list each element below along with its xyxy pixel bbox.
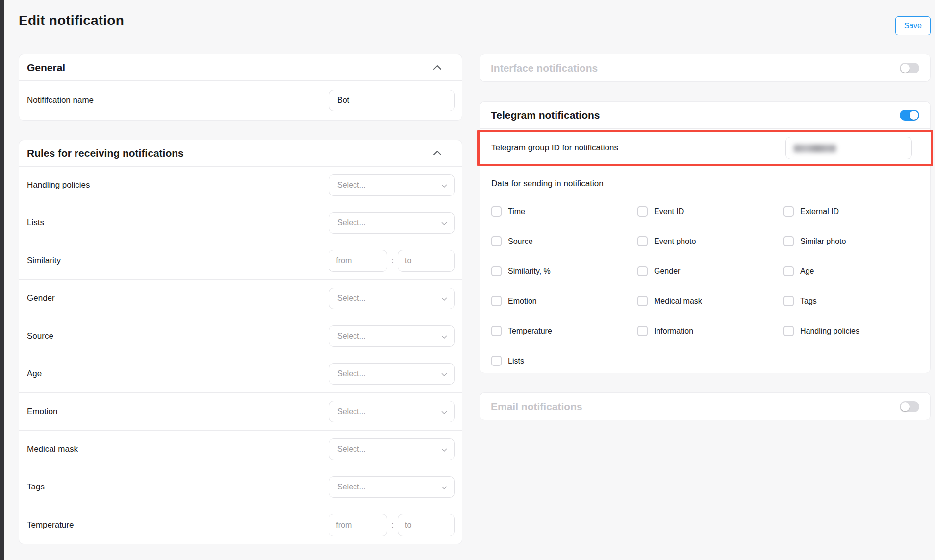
- checkbox-time[interactable]: Time: [491, 206, 637, 217]
- row-temperature: Temperature :: [19, 506, 462, 544]
- checkbox-label: Similarity, %: [508, 267, 551, 276]
- checkbox-event-id[interactable]: Event ID: [637, 206, 783, 217]
- save-button[interactable]: Save: [895, 16, 931, 35]
- checkbox-box[interactable]: [637, 266, 648, 276]
- rules-panel-title: Rules for receiving notifications: [27, 147, 184, 159]
- checkbox-box[interactable]: [783, 266, 794, 276]
- checkbox-label: Handling policies: [800, 327, 859, 336]
- checkbox-box[interactable]: [783, 206, 794, 217]
- telegram-group-id-label: Telegram group ID for notifications: [491, 143, 618, 153]
- interface-notifications-panel: Interface notifications: [480, 54, 931, 82]
- checkbox-information[interactable]: Information: [637, 326, 783, 336]
- medical-mask-select[interactable]: Select...: [329, 438, 455, 460]
- general-panel: General Notififcation name: [19, 54, 462, 121]
- checkbox-label: Event ID: [654, 207, 684, 216]
- notification-name-label: Notififcation name: [27, 96, 94, 105]
- checkbox-box[interactable]: [491, 266, 502, 276]
- checkbox-box[interactable]: [491, 326, 502, 336]
- chevron-down-icon: [441, 445, 447, 454]
- checkbox-box[interactable]: [491, 236, 502, 246]
- checkbox-box[interactable]: [491, 296, 502, 306]
- checkbox-medical-mask[interactable]: Medical mask: [637, 296, 783, 306]
- checkbox-box[interactable]: [637, 296, 648, 306]
- toggle-knob: [901, 402, 910, 411]
- checkbox-label: Tags: [800, 297, 817, 306]
- checkbox-event-photo[interactable]: Event photo: [637, 236, 783, 246]
- telegram-group-id-input[interactable]: [785, 137, 912, 159]
- checkbox-handling-policies[interactable]: Handling policies: [783, 326, 919, 336]
- row-gender: Gender Select...: [19, 280, 462, 317]
- select-placeholder: Select...: [337, 369, 366, 378]
- similarity-range: :: [329, 250, 455, 272]
- email-notifications-title: Email notifications: [491, 401, 582, 413]
- lists-select[interactable]: Select...: [329, 212, 455, 234]
- checkbox-emotion[interactable]: Emotion: [491, 296, 637, 306]
- rules-panel-header: Rules for receiving notifications: [19, 140, 462, 167]
- checkbox-similarity-percent[interactable]: Similarity, %: [491, 266, 637, 276]
- checkbox-age[interactable]: Age: [783, 266, 919, 276]
- checkbox-source[interactable]: Source: [491, 236, 637, 246]
- checkbox-box[interactable]: [783, 326, 794, 336]
- checkbox-box[interactable]: [783, 236, 794, 246]
- checkbox-box[interactable]: [783, 296, 794, 306]
- telegram-group-id-highlighted-row: Telegram group ID for notifications: [477, 130, 933, 166]
- handling-policies-label: Handling policies: [27, 180, 90, 190]
- collapse-chevron-up-icon[interactable]: [433, 65, 441, 70]
- interface-notifications-toggle[interactable]: [900, 63, 919, 73]
- email-notifications-toggle[interactable]: [900, 401, 919, 412]
- checkbox-label: Lists: [508, 357, 524, 365]
- checkbox-gender[interactable]: Gender: [637, 266, 783, 276]
- telegram-notifications-toggle[interactable]: [900, 110, 919, 121]
- checkbox-label: Time: [508, 207, 525, 216]
- checkbox-label: Age: [800, 267, 814, 276]
- gender-select[interactable]: Select...: [329, 288, 455, 309]
- checkbox-label: Medical mask: [654, 297, 702, 306]
- gender-label: Gender: [27, 293, 55, 303]
- chevron-down-icon: [441, 181, 447, 190]
- collapse-chevron-up-icon[interactable]: [433, 151, 441, 155]
- checkbox-box[interactable]: [491, 206, 502, 217]
- emotion-select[interactable]: Select...: [329, 401, 455, 422]
- checkbox-external-id[interactable]: External ID: [783, 206, 919, 217]
- notification-name-input[interactable]: [329, 90, 455, 111]
- checkbox-box[interactable]: [637, 326, 648, 336]
- checkbox-lists[interactable]: Lists: [491, 356, 637, 366]
- right-column: Interface notifications Telegram notific…: [480, 54, 931, 420]
- handling-policies-select[interactable]: Select...: [329, 174, 455, 196]
- similarity-to-input[interactable]: [398, 250, 455, 272]
- checkbox-label: Gender: [654, 267, 680, 276]
- toggle-knob: [910, 111, 918, 120]
- temperature-to-input[interactable]: [398, 514, 455, 536]
- general-panel-title: General: [27, 62, 65, 73]
- age-select[interactable]: Select...: [329, 363, 455, 385]
- temperature-from-input[interactable]: [329, 514, 387, 536]
- source-select[interactable]: Select...: [329, 325, 455, 347]
- checkbox-box[interactable]: [491, 356, 502, 366]
- checkbox-label: Temperature: [508, 327, 552, 336]
- checkbox-box[interactable]: [637, 236, 648, 246]
- toggle-knob: [901, 64, 910, 73]
- top-bar: Edit notification Save: [0, 0, 935, 54]
- checkbox-temperature[interactable]: Temperature: [491, 326, 637, 336]
- emotion-label: Emotion: [27, 407, 57, 416]
- email-notifications-panel: Email notifications: [480, 392, 931, 420]
- age-label: Age: [27, 369, 42, 379]
- tags-label: Tags: [27, 482, 45, 492]
- similarity-label: Similarity: [27, 256, 61, 266]
- rules-panel: Rules for receiving notifications Handli…: [19, 140, 462, 544]
- tags-select[interactable]: Select...: [329, 476, 455, 498]
- row-medical-mask: Medical mask Select...: [19, 431, 462, 468]
- telegram-panel-header: Telegram notifications: [480, 102, 930, 129]
- row-similarity: Similarity :: [19, 242, 462, 280]
- telegram-group-id-redacted-value: [794, 145, 836, 152]
- checkbox-tags[interactable]: Tags: [783, 296, 919, 306]
- telegram-notifications-title: Telegram notifications: [491, 109, 600, 121]
- similarity-from-input[interactable]: [329, 250, 387, 272]
- chevron-down-icon: [441, 332, 447, 341]
- page-title: Edit notification: [19, 13, 124, 28]
- select-placeholder: Select...: [337, 332, 366, 341]
- checkbox-box[interactable]: [637, 206, 648, 217]
- main-content: General Notififcation name Rules for rec…: [19, 54, 935, 544]
- checkbox-similar-photo[interactable]: Similar photo: [783, 236, 919, 246]
- checkbox-label: Event photo: [654, 237, 696, 246]
